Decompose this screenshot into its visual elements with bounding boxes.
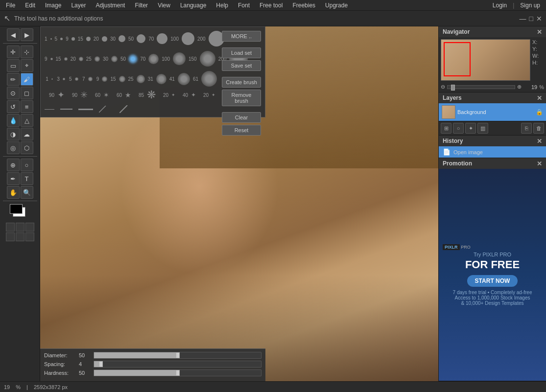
tool-rect-select[interactable]: ▭ xyxy=(7,59,20,72)
toolbar-maximize-icon[interactable]: □ xyxy=(529,15,533,23)
menu-layer[interactable]: Layer xyxy=(69,1,88,10)
tool-hand[interactable]: ✋ xyxy=(7,186,20,199)
tool-move[interactable]: ✛ xyxy=(7,46,20,58)
brush-dot-1-5[interactable] xyxy=(102,36,107,42)
grid-btn-5[interactable] xyxy=(16,232,24,241)
grid-btn-1[interactable] xyxy=(6,223,15,231)
diameter-track[interactable] xyxy=(94,352,261,359)
brush-dot-1-1[interactable] xyxy=(50,38,52,40)
tool-gradient[interactable]: ⬡ xyxy=(21,141,33,154)
layers-delete-btn[interactable]: 🗑 xyxy=(533,123,544,134)
promo-start-button[interactable]: START NOW xyxy=(467,275,518,287)
brush-dot-2-9[interactable] xyxy=(200,51,215,67)
navigator-close[interactable]: ✕ xyxy=(537,29,542,35)
brush-dot-1-9[interactable] xyxy=(182,32,194,45)
promo-close[interactable]: ✕ xyxy=(537,161,542,167)
tool-smudge[interactable]: ⊕ xyxy=(7,159,20,171)
brush-star-4-4[interactable]: ★ xyxy=(125,92,131,98)
spacing-thumb[interactable] xyxy=(99,361,103,367)
zoom-minus-icon[interactable]: ⊖ xyxy=(441,84,445,90)
brush-dot-3-1[interactable] xyxy=(51,78,53,80)
save-set-button[interactable]: Save set xyxy=(222,60,261,71)
brush-dot-2-3[interactable] xyxy=(79,57,83,61)
tool-transform[interactable]: ⊹ xyxy=(21,46,33,58)
load-set-button[interactable]: Load set xyxy=(222,47,261,58)
brush-dot-3-2[interactable] xyxy=(63,78,65,80)
brush-dot-3-8[interactable] xyxy=(156,74,166,84)
tool-pencil[interactable]: ✏ xyxy=(7,73,20,86)
brush-star-4-5[interactable]: ❋ xyxy=(147,90,156,100)
spacing-track[interactable] xyxy=(94,361,261,368)
tool-blur[interactable]: 💧 xyxy=(7,114,20,127)
brush-dot-1-3[interactable] xyxy=(71,37,75,41)
grid-btn-6[interactable] xyxy=(25,232,34,241)
layers-mask-btn[interactable]: ▥ xyxy=(477,123,488,134)
hardness-thumb[interactable] xyxy=(176,370,180,376)
brush-dot-2-5[interactable] xyxy=(111,56,118,62)
grid-btn-4[interactable] xyxy=(6,232,15,241)
brush-star-4-7[interactable]: ✦ xyxy=(191,92,196,98)
menu-signup[interactable]: Sign up xyxy=(518,1,542,10)
reset-button[interactable]: Reset xyxy=(222,125,261,136)
tool-sponge[interactable]: ○ xyxy=(21,159,33,171)
history-close[interactable]: ✕ xyxy=(537,138,542,144)
tool-prev[interactable]: ◀ xyxy=(7,28,20,41)
brush-diag-1[interactable] xyxy=(99,106,114,113)
tool-pen[interactable]: ✒ xyxy=(7,172,20,185)
grid-btn-3[interactable] xyxy=(25,223,34,231)
menu-edit[interactable]: Edit xyxy=(23,1,37,10)
brush-line-2[interactable] xyxy=(60,109,72,110)
brush-dot-2-1[interactable] xyxy=(50,58,53,60)
brush-dot-3-5[interactable] xyxy=(102,76,107,82)
tool-sharpen[interactable]: △ xyxy=(21,114,33,127)
brush-dot-2-4[interactable] xyxy=(95,56,100,62)
clear-button[interactable]: Clear xyxy=(222,112,261,123)
tool-lasso[interactable]: ⌖ xyxy=(21,59,33,72)
brush-dot-2-8[interactable] xyxy=(173,52,186,65)
brush-dot-3-4[interactable] xyxy=(88,77,93,81)
menu-freebies[interactable]: Freebies xyxy=(290,1,317,10)
menu-freetool[interactable]: Free tool xyxy=(258,1,285,10)
brush-star-4-8[interactable]: ✦ xyxy=(212,93,215,97)
tool-dodge[interactable]: ◑ xyxy=(7,128,20,140)
menu-view[interactable]: View xyxy=(156,1,172,10)
toolbar-close-icon[interactable]: ✕ xyxy=(536,15,542,23)
tool-stamp[interactable]: ⊙ xyxy=(7,87,20,99)
hardness-track[interactable] xyxy=(94,369,261,376)
tool-brush[interactable]: 🖌 xyxy=(21,73,33,86)
layers-close[interactable]: ✕ xyxy=(537,95,542,101)
diameter-thumb[interactable] xyxy=(176,352,180,358)
tool-next[interactable]: ▶ xyxy=(21,28,33,41)
tool-burn[interactable]: ☁ xyxy=(21,128,33,140)
brush-dot-1-2[interactable] xyxy=(60,38,63,40)
brush-star-4-6[interactable]: ✦ xyxy=(171,93,175,97)
tool-zoom[interactable]: 🔍 xyxy=(21,186,33,199)
brush-line-3[interactable] xyxy=(78,109,93,110)
tool-eraser[interactable]: ◻ xyxy=(21,87,33,99)
menu-file[interactable]: File xyxy=(4,1,17,10)
brush-diag-2[interactable] xyxy=(119,105,137,113)
menu-help[interactable]: Help xyxy=(214,1,230,10)
menu-upgrade[interactable]: Upgrade xyxy=(323,1,350,10)
grid-btn-2[interactable] xyxy=(16,223,24,231)
remove-brush-button[interactable]: Remove brush xyxy=(222,90,261,106)
tool-text[interactable]: T xyxy=(21,172,33,185)
brush-dot-1-8[interactable] xyxy=(157,33,167,44)
more-button[interactable]: MORE .. xyxy=(222,31,261,42)
zoom-plus-icon[interactable]: ⊕ xyxy=(517,84,522,90)
brush-dot-3-9[interactable] xyxy=(178,73,190,85)
brush-dot-3-10[interactable] xyxy=(201,71,217,87)
menu-adjustment[interactable]: Adjustment xyxy=(94,1,127,10)
menu-image[interactable]: Image xyxy=(43,1,63,10)
layers-effects-btn[interactable]: ✦ xyxy=(465,123,476,134)
menu-language[interactable]: Language xyxy=(178,1,208,10)
brush-dot-1-4[interactable] xyxy=(86,37,91,41)
brush-star-4-2[interactable]: ✳ xyxy=(80,91,88,99)
canvas-area[interactable]: 1 5 9 15 20 30 50 70 100 xyxy=(40,26,438,381)
brush-dot-3-7[interactable] xyxy=(137,75,145,83)
layers-new-layer-btn[interactable]: ○ xyxy=(453,123,464,134)
layers-new-group-btn[interactable]: ⊞ xyxy=(441,123,451,134)
brush-dot-2-2[interactable] xyxy=(64,57,68,61)
tool-fill[interactable]: ◎ xyxy=(7,141,20,154)
menu-login[interactable]: Login xyxy=(491,1,509,10)
